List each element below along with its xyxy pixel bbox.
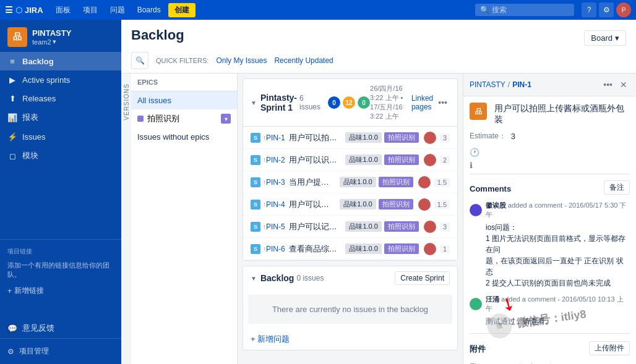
settings-icon[interactable]: ⚙ xyxy=(599,2,614,17)
comment-text-0: ios问题： 1 图片无法识别页面目前格式，显示等都存在问 题，在该页面返回后一… xyxy=(470,222,630,289)
note-button[interactable]: 备注 xyxy=(604,180,630,195)
rp-estimate-value: 3 xyxy=(511,132,515,141)
issue-row-right-0: 3 xyxy=(424,132,450,144)
epics-panel: EPICS All issues 拍照识别 ▾ Issues without e… xyxy=(131,74,238,364)
sidebar-item-active-sprints[interactable]: ▶ Active sprints xyxy=(0,70,121,89)
issue-key-3[interactable]: PIN-4 xyxy=(266,200,285,209)
comment-header-1: 汪涌 added a comment - 2016/05/10 10:13 上午 xyxy=(470,295,630,313)
sidebar-item-backlog[interactable]: ≡ Backlog xyxy=(0,52,121,70)
issue-row-right-1: 2 xyxy=(424,154,450,166)
create-sprint-button[interactable]: Create Sprint xyxy=(395,271,450,285)
rp-issue-key-link[interactable]: PIN-1 xyxy=(512,80,531,89)
sidebar-item-modules[interactable]: ◻ 模块 xyxy=(0,146,121,166)
right-panel-body: 品 用户可以拍照上传酱标或酒瓶外包装 Estimate： 3 🕐 xyxy=(463,96,636,364)
project-links-desc: 添加一个有用的链接信息给你的团队。 xyxy=(0,258,121,282)
issue-summary-4: 用户可以记录拍摄该酒的时间，地点和人物 xyxy=(289,221,341,232)
sidebar-item-releases[interactable]: ⬆ Releases xyxy=(0,89,121,108)
sidebar-item-feedback[interactable]: 💬 意见反馈 xyxy=(0,318,121,338)
issue-tags-3: 品味1.0.0 拍照识别 xyxy=(340,199,413,210)
filter-recently-updated[interactable]: Recently Updated xyxy=(274,56,333,65)
nav-board[interactable]: 面板 xyxy=(51,2,75,18)
upload-button[interactable]: 上传附件 xyxy=(589,341,630,355)
rp-actions: ••• ✕ xyxy=(601,78,630,91)
modules-icon: ◻ xyxy=(7,151,17,161)
add-link-button[interactable]: + 新增链接 xyxy=(0,282,121,300)
issue-points-5: 1 xyxy=(440,245,450,253)
sprint-block: ▼ Pintasty-Sprint 1 6 issues 0 12 0 26/四… xyxy=(243,78,458,261)
filter-search-button[interactable]: 🔍 xyxy=(131,52,148,69)
tag-epic-1: 拍照识别 xyxy=(384,154,419,165)
issue-summary-3: 用户可以对该酒打分，写评论 xyxy=(289,199,335,210)
issue-key-1[interactable]: PIN-2 xyxy=(266,156,285,164)
epic-action-0[interactable]: ▾ xyxy=(221,114,231,124)
epics-all-issues[interactable]: All issues xyxy=(131,91,237,109)
backlog-area: VERSIONS EPICS All issues 拍照识别 ▾ Issues … xyxy=(121,74,636,364)
settings-gear-icon: ⚙ xyxy=(7,347,14,356)
project-links-title: 项目链接 xyxy=(0,245,121,258)
issue-row-0[interactable]: S ↑ PIN-1 用户可以拍照上传酱标或酒瓶外包装 品味1.0.0 拍照识别 … xyxy=(243,127,457,149)
issue-key-0[interactable]: PIN-1 xyxy=(266,133,285,142)
sprint-toggle[interactable]: ▼ xyxy=(251,99,257,106)
issue-key-2[interactable]: PIN-3 xyxy=(266,178,285,187)
issue-tags-2: 品味1.0.0 拍照识别 xyxy=(340,177,413,187)
releases-icon: ⬆ xyxy=(7,93,17,103)
backlog-empty-message: There are currently no issues in the bac… xyxy=(248,295,452,324)
issue-type-2: S xyxy=(251,177,260,187)
linked-pages-link[interactable]: Linked pages xyxy=(411,94,433,111)
menu-icon[interactable]: ☰ xyxy=(5,5,13,15)
issue-points-0: 3 xyxy=(440,133,450,142)
sidebar-item-issues[interactable]: ⚡ Issues xyxy=(0,127,121,146)
sprint-header: ▼ Pintasty-Sprint 1 6 issues 0 12 0 26/四… xyxy=(243,79,457,127)
help-icon[interactable]: ? xyxy=(582,2,596,17)
epics-header: EPICS xyxy=(131,74,237,91)
project-header: 品 PINTASTY team2 ▾ xyxy=(0,20,121,52)
rp-project-link[interactable]: PINTASTY xyxy=(470,80,505,89)
versions-sidebar[interactable]: VERSIONS xyxy=(121,74,131,364)
rp-estimate-label: Estimate： xyxy=(470,131,506,142)
create-button[interactable]: 创建 xyxy=(168,3,196,17)
sprint-icon: ▶ xyxy=(7,75,17,85)
issue-row-2[interactable]: S ↑ PIN-3 当用户提交的图片识别不成功时，用户可以重新识别或者提交人工 … xyxy=(243,171,457,193)
board-button[interactable]: Board ▾ xyxy=(584,30,626,46)
rp-more-button[interactable]: ••• xyxy=(601,78,615,91)
tag-epic-2: 拍照识别 xyxy=(379,177,413,187)
issue-summary-2: 当用户提交的图片识别不成功时，用户可以重新识别或者提交人工 xyxy=(289,177,335,188)
sprint-count: 6 issues xyxy=(299,94,320,111)
comment-meta-0: 徽诶股 added a comment - 2016/05/17 5:30 下午 xyxy=(486,201,630,219)
tag-epic-3: 拍照识别 xyxy=(379,199,413,210)
search-icon: 🔍 xyxy=(135,56,145,65)
epic-item-0[interactable]: 拍照识别 ▾ xyxy=(131,109,237,128)
filter-my-issues[interactable]: Only My Issues xyxy=(216,56,267,65)
issue-type-0: S xyxy=(251,133,260,143)
search-bar[interactable]: 🔍 xyxy=(475,4,574,16)
issue-key-5[interactable]: PIN-6 xyxy=(266,245,285,253)
user-avatar[interactable]: P xyxy=(616,2,631,17)
search-input[interactable] xyxy=(492,6,566,14)
backlog-icon: ≡ xyxy=(7,56,17,66)
rp-close-button[interactable]: ✕ xyxy=(617,78,630,91)
tag-version-5: 品味1.0.0 xyxy=(345,243,381,254)
nav-issues[interactable]: 问题 xyxy=(105,2,130,18)
issue-key-4[interactable]: PIN-5 xyxy=(266,222,285,231)
issue-row-1[interactable]: S ↑ PIN-2 用户可以识别该酒的详细信息 品味1.0.0 拍照识别 2 xyxy=(243,149,457,171)
issues-without-epics[interactable]: Issues without epics xyxy=(131,128,237,146)
tag-epic-0: 拍照识别 xyxy=(384,132,419,143)
tag-version-4: 品味1.0.0 xyxy=(345,221,381,232)
issue-row-3[interactable]: S ↑ PIN-4 用户可以对该酒打分，写评论 品味1.0.0 拍照识别 1.5 xyxy=(243,193,457,216)
issue-avatar-2 xyxy=(418,176,431,188)
sidebar-item-reports[interactable]: 📊 报表 xyxy=(0,108,121,127)
nav-project[interactable]: 项目 xyxy=(78,2,103,18)
reports-icon: 📊 xyxy=(7,112,17,122)
backlog-toggle[interactable]: ▼ xyxy=(251,275,257,282)
issue-row-5[interactable]: S ↑ PIN-6 查看商品综合评分 品味1.0.0 拍照识别 1 xyxy=(243,238,457,260)
issue-row-4[interactable]: S ↑ PIN-5 用户可以记录拍摄该酒的时间，地点和人物 品味1.0.0 拍照… xyxy=(243,216,457,238)
nav-boards[interactable]: Boards xyxy=(132,3,166,17)
add-issue-button[interactable]: + 新增问题 xyxy=(243,329,457,350)
sprint-name: Pintasty-Sprint 1 xyxy=(260,93,297,112)
issue-row-right-4: 3 xyxy=(424,221,450,233)
comment-avatar-0 xyxy=(470,204,482,216)
project-manage[interactable]: ⚙ 项目管理 xyxy=(7,344,114,359)
backlog-block-title: Backlog xyxy=(260,273,294,283)
sprint-more-button[interactable]: ••• xyxy=(438,98,447,108)
issue-points-1: 2 xyxy=(440,156,450,164)
